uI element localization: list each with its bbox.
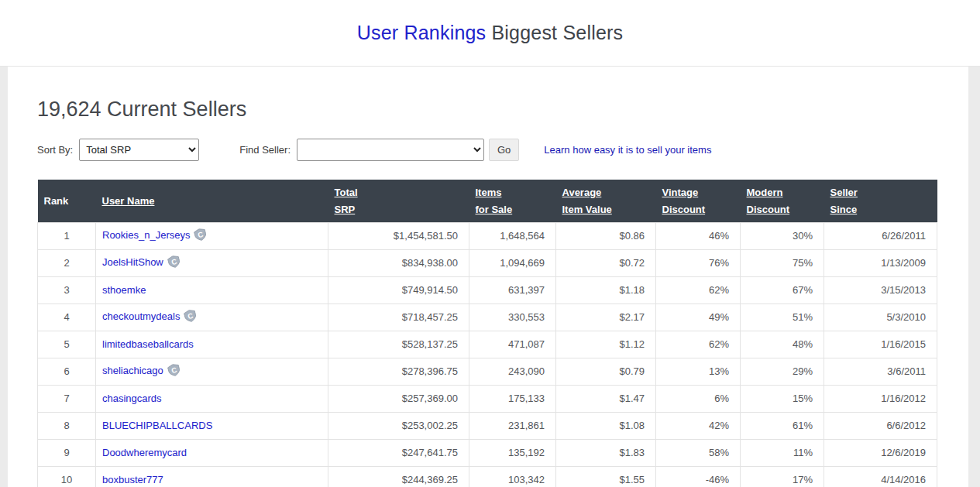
find-seller-label: Find Seller:	[239, 144, 291, 156]
certified-shield-icon: C	[167, 362, 182, 379]
modern-discount-cell: 30%	[741, 222, 824, 249]
user-name-cell: Rookies_n_JerseysC	[96, 222, 328, 249]
column-header-text[interactable]: SRP	[335, 204, 469, 214]
rank-cell: 2	[38, 249, 96, 276]
seller-since-cell: 5/3/2010	[824, 304, 937, 331]
items-for-sale-cell: 103,342	[469, 466, 556, 487]
vintage-discount-cell: 6%	[656, 385, 741, 412]
user-link[interactable]: sheliachicago	[102, 365, 163, 376]
table-row: 7 chasingcards $257,369.00 175,133 $1.47…	[38, 385, 937, 412]
user-link[interactable]: Doodwheremycard	[102, 447, 187, 458]
learn-to-sell-link[interactable]: Learn how easy it is to sell your items	[544, 144, 711, 156]
column-header-average[interactable]: AverageItem Value	[556, 180, 656, 222]
column-header-text[interactable]: Modern	[747, 187, 824, 197]
items-for-sale-cell: 135,192	[469, 439, 556, 466]
average-item-value-cell: $1.47	[556, 385, 656, 412]
rank-cell: 5	[38, 331, 96, 358]
vintage-discount-cell: -46%	[656, 466, 741, 487]
column-header-user-name[interactable]: User Name	[96, 180, 328, 222]
certified-shield-icon: C	[193, 227, 208, 244]
rank-cell: 10	[38, 466, 96, 487]
user-link[interactable]: checkoutmydeals	[102, 310, 180, 322]
page-title-primary: User Rankings	[357, 22, 487, 43]
seller-since-cell: 6/26/2011	[824, 222, 937, 249]
table-row: 5 limitedbaseballcards $528,137.25 471,0…	[38, 331, 937, 358]
items-for-sale-cell: 175,133	[469, 385, 556, 412]
total-srp-cell: $834,938.00	[328, 249, 469, 276]
column-header-text[interactable]: Vintage	[662, 187, 741, 197]
find-seller-select[interactable]	[297, 139, 484, 161]
user-name-cell: sthoemke	[96, 276, 328, 304]
vintage-discount-cell: 76%	[656, 249, 741, 276]
column-header-text[interactable]: Total	[335, 187, 469, 197]
total-srp-cell: $749,914.50	[328, 276, 469, 304]
column-header-total[interactable]: TotalSRP	[328, 180, 469, 222]
user-name-cell: BLUECHIPBALLCARDS	[96, 412, 328, 439]
user-link[interactable]: limitedbaseballcards	[102, 338, 194, 350]
column-header-text[interactable]: Discount	[747, 204, 824, 214]
rank-cell: 6	[38, 358, 96, 385]
column-header-seller[interactable]: SellerSince	[824, 180, 937, 222]
table-row: 10 boxbuster777 $244,369.25 103,342 $1.5…	[38, 466, 937, 487]
column-header-text[interactable]: Items	[476, 187, 556, 197]
user-link[interactable]: JoelsHitShow	[102, 256, 163, 268]
user-link[interactable]: Rookies_n_Jerseys	[102, 229, 190, 241]
current-sellers-heading: 19,624 Current Sellers	[37, 98, 968, 122]
table-row: 6 sheliachicagoC $278,396.75 243,090 $0.…	[38, 358, 937, 385]
seller-since-cell: 6/6/2012	[824, 412, 937, 439]
modern-discount-cell: 61%	[741, 412, 824, 439]
user-name-cell: chasingcards	[96, 385, 328, 412]
sort-by-select[interactable]: Total SRP	[79, 139, 199, 161]
column-header-text[interactable]: Average	[562, 187, 656, 197]
column-header-vintage[interactable]: VintageDiscount	[656, 180, 741, 222]
average-item-value-cell: $1.55	[556, 466, 656, 487]
column-header-items[interactable]: Itemsfor Sale	[469, 180, 556, 222]
column-header-text: Rank	[44, 196, 96, 206]
page-header: User Rankings Biggest Sellers	[0, 0, 980, 67]
user-name-cell: limitedbaseballcards	[96, 331, 328, 358]
column-header-text[interactable]: Item Value	[562, 204, 656, 214]
user-name-cell: Doodwheremycard	[96, 439, 328, 466]
modern-discount-cell: 48%	[741, 331, 824, 358]
seller-since-cell: 4/14/2016	[824, 466, 937, 487]
average-item-value-cell: $1.83	[556, 439, 656, 466]
user-link[interactable]: chasingcards	[102, 393, 162, 404]
user-link[interactable]: BLUECHIPBALLCARDS	[102, 420, 212, 431]
total-srp-cell: $247,641.75	[328, 439, 469, 466]
total-srp-cell: $278,396.75	[328, 358, 469, 385]
items-for-sale-cell: 1,094,669	[469, 249, 556, 276]
vintage-discount-cell: 13%	[656, 358, 741, 385]
column-header-text[interactable]: Seller	[830, 187, 937, 197]
column-header-text[interactable]: for Sale	[476, 204, 556, 214]
sellers-table: RankUser NameTotalSRPItemsfor SaleAverag…	[37, 180, 937, 487]
table-controls: Sort By: Total SRP Find Seller: Go Learn…	[37, 139, 968, 161]
column-header-text[interactable]: Discount	[662, 204, 741, 214]
rank-cell: 8	[38, 412, 96, 439]
sellers-table-head: RankUser NameTotalSRPItemsfor SaleAverag…	[38, 180, 937, 222]
user-name-cell: sheliachicagoC	[96, 358, 328, 385]
column-header-text[interactable]: User Name	[102, 196, 328, 206]
sellers-table-body: 1 Rookies_n_JerseysC $1,454,581.50 1,648…	[38, 222, 937, 487]
rank-cell: 3	[38, 276, 96, 304]
items-for-sale-cell: 1,648,564	[469, 222, 556, 249]
page-title-secondary: Biggest Sellers	[491, 22, 623, 43]
go-button[interactable]: Go	[489, 139, 519, 161]
modern-discount-cell: 17%	[741, 466, 824, 487]
seller-since-cell: 3/15/2013	[824, 276, 937, 304]
user-link[interactable]: sthoemke	[102, 284, 146, 296]
content-card: 19,624 Current Sellers Sort By: Total SR…	[8, 67, 968, 487]
column-header-text[interactable]: Since	[830, 204, 937, 214]
total-srp-cell: $528,137.25	[328, 331, 469, 358]
items-for-sale-cell: 471,087	[469, 331, 556, 358]
column-header-modern[interactable]: ModernDiscount	[741, 180, 824, 222]
vintage-discount-cell: 42%	[656, 412, 741, 439]
table-row: 8 BLUECHIPBALLCARDS $253,002.25 231,861 …	[38, 412, 937, 439]
user-link[interactable]: boxbuster777	[102, 474, 163, 485]
total-srp-cell: $718,457.25	[328, 304, 469, 331]
rank-cell: 7	[38, 385, 96, 412]
items-for-sale-cell: 631,397	[469, 276, 556, 304]
modern-discount-cell: 75%	[741, 249, 824, 276]
table-row: 3 sthoemke $749,914.50 631,397 $1.18 62%…	[38, 276, 937, 304]
modern-discount-cell: 29%	[741, 358, 824, 385]
user-name-cell: JoelsHitShowC	[96, 249, 328, 276]
